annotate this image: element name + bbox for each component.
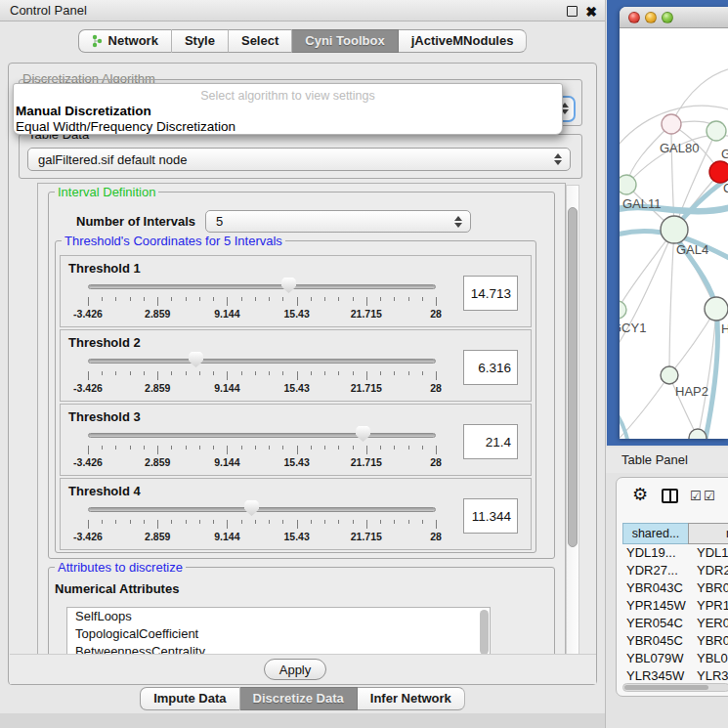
tick-mark	[199, 371, 200, 375]
apply-button[interactable]: Apply	[264, 659, 326, 680]
slider-track[interactable]	[88, 507, 436, 512]
tab-network[interactable]: Network	[78, 29, 172, 53]
slider-track[interactable]	[88, 359, 436, 364]
mac-zoom-button[interactable]	[662, 12, 673, 23]
cell-shared-name[interactable]: YER054C	[622, 615, 689, 632]
tick-mark	[186, 520, 187, 524]
cell-name[interactable]: YBL0	[689, 650, 728, 667]
table-row[interactable]: YER054CYER0	[622, 615, 728, 632]
tab-cyni-toolbox[interactable]: Cyni Toolbox	[292, 29, 398, 53]
algorithm-option-manual[interactable]: Manual Discretization	[16, 104, 151, 118]
table-row[interactable]: YDR27...YDR2	[622, 562, 728, 579]
tab-discretize-data[interactable]: Discretize Data	[240, 687, 358, 710]
tick-mark	[227, 520, 228, 529]
cell-shared-name[interactable]: YDR27...	[622, 562, 689, 579]
tick-mark	[144, 297, 145, 301]
table-row[interactable]: YDL19...YDL1	[622, 544, 728, 562]
node-gal4[interactable]	[661, 216, 688, 243]
slider-thumb[interactable]	[244, 500, 259, 516]
node-pink[interactable]	[662, 114, 681, 134]
tab-style[interactable]: Style	[172, 29, 229, 53]
table-row[interactable]: YBR045CYBR0	[622, 632, 728, 650]
tick-mark	[241, 446, 242, 450]
threshold-slider[interactable]: -3.4262.8599.14415.4321.71528	[88, 426, 440, 473]
table-row[interactable]: YPR145WYPR1	[622, 597, 728, 615]
cell-name[interactable]: YLR3	[689, 667, 728, 682]
attribute-item[interactable]: SelfLoops	[67, 608, 490, 625]
cell-shared-name[interactable]: YDL19...	[622, 544, 689, 562]
tick-mark	[227, 371, 228, 380]
threshold-slider[interactable]: -3.4262.8599.14415.4321.71528	[88, 500, 440, 547]
stepper-icon[interactable]	[554, 153, 562, 165]
threshold-label: Threshold 3	[68, 409, 141, 424]
node-green-right[interactable]	[705, 297, 728, 321]
table-data-combobox[interactable]: galFiltered.sif default node	[27, 148, 571, 171]
mac-close-button[interactable]	[628, 12, 640, 23]
slider-tick-labels: -3.4262.8599.14415.4321.71528	[88, 308, 436, 321]
cell-name[interactable]: YDL1	[689, 544, 728, 562]
algorithm-option-equal-width[interactable]: Equal Width/Frequency Discretization	[16, 119, 236, 134]
slider-track[interactable]	[88, 284, 436, 289]
threshold-value-field[interactable]: 21.4	[463, 424, 518, 459]
node-bottom[interactable]	[689, 429, 707, 439]
threshold-slider[interactable]: -3.4262.8599.14415.4321.71528	[88, 278, 440, 324]
tick-mark	[353, 371, 354, 375]
number-of-intervals-combobox[interactable]: 5	[205, 210, 471, 233]
cell-name[interactable]: YBR0	[689, 632, 728, 650]
cell-shared-name[interactable]: YLR345W	[622, 667, 689, 682]
screen: Control Panel ✖ Network Style Select Cyn…	[0, 0, 728, 728]
threshold-value-field[interactable]: 14.713	[463, 276, 518, 311]
tab-jactivemnodules[interactable]: jActiveMNodules	[399, 29, 528, 53]
columns-icon[interactable]	[662, 489, 678, 503]
checkbox-icon[interactable]: ☑	[690, 490, 702, 502]
tick-mark	[269, 371, 270, 375]
tab-impute-data[interactable]: Impute Data	[140, 687, 239, 710]
cell-shared-name[interactable]: YBR043C	[622, 579, 689, 597]
tick-label: 28	[430, 382, 442, 394]
float-window-icon[interactable]	[567, 6, 578, 17]
cell-name[interactable]: YDR2	[689, 562, 728, 579]
tick-mark	[297, 446, 298, 454]
threshold-value-field[interactable]: 11.344	[463, 498, 518, 534]
tick-mark	[157, 297, 158, 306]
slider-thumb[interactable]	[356, 426, 370, 442]
hscrollbar-thumb[interactable]	[624, 685, 708, 690]
close-icon[interactable]: ✖	[585, 2, 597, 21]
node-red[interactable]	[709, 161, 728, 183]
mac-minimize-button[interactable]	[645, 12, 657, 23]
slider-thumb[interactable]	[281, 278, 296, 293]
tab-select[interactable]: Select	[229, 29, 292, 53]
checkbox-icon[interactable]: ☑	[704, 490, 715, 502]
table-row[interactable]: YLR345WYLR3	[622, 667, 728, 682]
table-row[interactable]: YBL079WYBL0	[622, 650, 728, 667]
threshold-value-field[interactable]: 6.316	[463, 350, 518, 385]
cell-name[interactable]: YBR0	[689, 579, 728, 597]
slider-thumb[interactable]	[189, 352, 203, 367]
tick-mark	[130, 371, 131, 375]
network-canvas[interactable]: GAL80GACGAL11GAL4GCY1HHAP2	[620, 28, 728, 439]
cell-shared-name[interactable]: YBR045C	[622, 632, 689, 650]
cell-name[interactable]: YPR1	[689, 597, 728, 615]
table-hscrollbar[interactable]	[622, 683, 728, 692]
settings-scrollbar[interactable]	[566, 185, 579, 657]
gear-icon[interactable]: ⚙	[632, 484, 648, 505]
node-green-top[interactable]	[707, 121, 726, 141]
list-scrollbar[interactable]	[480, 610, 489, 655]
node-gcy1[interactable]	[620, 301, 626, 319]
attribute-item[interactable]: TopologicalCoefficient	[67, 625, 490, 643]
slider-track[interactable]	[88, 433, 436, 438]
node-hap2[interactable]	[661, 366, 678, 384]
cell-name[interactable]: YER0	[689, 615, 728, 632]
table-row[interactable]: YBR043CYBR0	[622, 579, 728, 597]
node-green-left[interactable]	[620, 175, 636, 194]
tick-label: 9.144	[214, 531, 239, 542]
tick-mark	[171, 371, 172, 375]
threshold-slider[interactable]: -3.4262.8599.14415.4321.71528	[88, 352, 440, 399]
column-header-name[interactable]: n	[688, 523, 728, 544]
scrollbar-thumb[interactable]	[568, 207, 578, 547]
cell-shared-name[interactable]: YBL079W	[622, 650, 689, 667]
tab-infer-network[interactable]: Infer Network	[358, 687, 465, 710]
column-header-shared[interactable]: shared...	[622, 523, 689, 544]
cell-shared-name[interactable]: YPR145W	[622, 597, 689, 615]
stepper-icon[interactable]	[454, 216, 462, 228]
